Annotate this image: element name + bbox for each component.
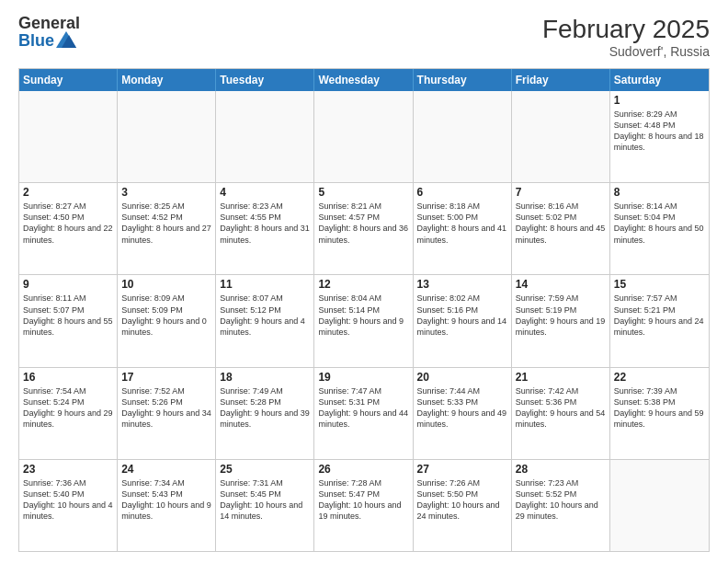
day-info: Sunrise: 7:42 AM Sunset: 5:36 PM Dayligh… — [516, 385, 606, 431]
day-info: Sunrise: 8:02 AM Sunset: 5:16 PM Dayligh… — [417, 293, 507, 338]
calendar-cell: 16Sunrise: 7:54 AM Sunset: 5:24 PM Dayli… — [19, 368, 118, 459]
day-info: Sunrise: 7:57 AM Sunset: 5:21 PM Dayligh… — [614, 293, 705, 338]
day-number: 26 — [318, 463, 408, 476]
day-info: Sunrise: 8:04 AM Sunset: 5:14 PM Dayligh… — [318, 293, 408, 338]
day-info: Sunrise: 7:47 AM Sunset: 5:31 PM Dayligh… — [318, 385, 408, 431]
day-number: 28 — [516, 463, 606, 476]
calendar-cell — [512, 91, 610, 182]
calendar-cell: 28Sunrise: 7:23 AM Sunset: 5:52 PM Dayli… — [512, 460, 610, 551]
logo-blue: Blue — [18, 32, 54, 49]
day-info: Sunrise: 8:09 AM Sunset: 5:09 PM Dayligh… — [121, 293, 211, 338]
calendar-body: 1Sunrise: 8:29 AM Sunset: 4:48 PM Daylig… — [19, 91, 709, 551]
logo-text: General Blue — [18, 15, 80, 50]
calendar-row-2: 2Sunrise: 8:27 AM Sunset: 4:50 PM Daylig… — [19, 183, 709, 275]
day-number: 14 — [516, 278, 606, 291]
day-number: 22 — [614, 371, 705, 384]
calendar-cell: 25Sunrise: 7:31 AM Sunset: 5:45 PM Dayli… — [216, 460, 314, 551]
calendar-cell: 23Sunrise: 7:36 AM Sunset: 5:40 PM Dayli… — [19, 460, 118, 551]
title-block: February 2025 Sudoverf', Russia — [542, 15, 710, 59]
calendar-cell — [414, 91, 512, 182]
calendar-cell: 5Sunrise: 8:21 AM Sunset: 4:57 PM Daylig… — [314, 183, 413, 274]
page-header: General Blue February 2025 Sudoverf', Ru… — [18, 15, 710, 59]
day-number: 20 — [417, 371, 507, 384]
day-info: Sunrise: 8:18 AM Sunset: 5:00 PM Dayligh… — [417, 201, 507, 246]
day-number: 18 — [220, 371, 310, 384]
day-number: 21 — [516, 371, 606, 384]
calendar-cell — [118, 91, 216, 182]
day-info: Sunrise: 7:31 AM Sunset: 5:45 PM Dayligh… — [220, 477, 310, 523]
day-number: 11 — [220, 278, 310, 291]
day-number: 10 — [121, 278, 211, 291]
day-number: 16 — [23, 371, 113, 384]
day-number: 9 — [23, 278, 113, 291]
header-tuesday: Tuesday — [216, 69, 314, 91]
calendar-row-5: 23Sunrise: 7:36 AM Sunset: 5:40 PM Dayli… — [19, 460, 709, 551]
day-number: 12 — [318, 278, 408, 291]
day-info: Sunrise: 7:36 AM Sunset: 5:40 PM Dayligh… — [23, 477, 113, 523]
day-info: Sunrise: 8:07 AM Sunset: 5:12 PM Dayligh… — [220, 293, 310, 338]
header-friday: Friday — [512, 69, 610, 91]
month-title: February 2025 — [542, 15, 710, 44]
calendar-row-1: 1Sunrise: 8:29 AM Sunset: 4:48 PM Daylig… — [19, 91, 709, 183]
day-number: 6 — [417, 186, 507, 199]
calendar-cell: 2Sunrise: 8:27 AM Sunset: 4:50 PM Daylig… — [19, 183, 118, 274]
page: General Blue February 2025 Sudoverf', Ru… — [0, 0, 728, 563]
day-info: Sunrise: 7:23 AM Sunset: 5:52 PM Dayligh… — [516, 477, 606, 523]
day-number: 19 — [318, 371, 408, 384]
calendar-cell: 12Sunrise: 8:04 AM Sunset: 5:14 PM Dayli… — [314, 275, 413, 366]
day-number: 5 — [318, 186, 408, 199]
day-number: 2 — [23, 186, 113, 199]
day-info: Sunrise: 7:39 AM Sunset: 5:38 PM Dayligh… — [614, 385, 705, 431]
calendar-row-4: 16Sunrise: 7:54 AM Sunset: 5:24 PM Dayli… — [19, 368, 709, 460]
day-info: Sunrise: 7:52 AM Sunset: 5:26 PM Dayligh… — [121, 385, 211, 431]
header-thursday: Thursday — [414, 69, 512, 91]
day-info: Sunrise: 8:27 AM Sunset: 4:50 PM Dayligh… — [23, 201, 113, 246]
day-number: 15 — [614, 278, 705, 291]
day-info: Sunrise: 7:26 AM Sunset: 5:50 PM Dayligh… — [417, 477, 507, 523]
logo: General Blue — [18, 15, 80, 50]
day-info: Sunrise: 7:49 AM Sunset: 5:28 PM Dayligh… — [220, 385, 310, 431]
day-info: Sunrise: 7:28 AM Sunset: 5:47 PM Dayligh… — [318, 477, 408, 523]
calendar-cell — [216, 91, 314, 182]
calendar-cell: 22Sunrise: 7:39 AM Sunset: 5:38 PM Dayli… — [610, 368, 709, 459]
day-info: Sunrise: 7:59 AM Sunset: 5:19 PM Dayligh… — [516, 293, 606, 338]
calendar-cell: 3Sunrise: 8:25 AM Sunset: 4:52 PM Daylig… — [118, 183, 216, 274]
day-number: 17 — [121, 371, 211, 384]
day-number: 8 — [614, 186, 705, 199]
calendar: Sunday Monday Tuesday Wednesday Thursday… — [18, 68, 710, 552]
header-saturday: Saturday — [610, 69, 709, 91]
calendar-cell: 10Sunrise: 8:09 AM Sunset: 5:09 PM Dayli… — [118, 275, 216, 366]
day-info: Sunrise: 8:29 AM Sunset: 4:48 PM Dayligh… — [614, 109, 705, 154]
day-info: Sunrise: 8:23 AM Sunset: 4:55 PM Dayligh… — [220, 201, 310, 246]
header-sunday: Sunday — [19, 69, 118, 91]
calendar-cell: 7Sunrise: 8:16 AM Sunset: 5:02 PM Daylig… — [512, 183, 610, 274]
header-monday: Monday — [118, 69, 216, 91]
day-info: Sunrise: 7:54 AM Sunset: 5:24 PM Dayligh… — [23, 385, 113, 431]
calendar-cell: 8Sunrise: 8:14 AM Sunset: 5:04 PM Daylig… — [610, 183, 709, 274]
day-number: 3 — [121, 186, 211, 199]
day-number: 1 — [614, 94, 705, 107]
calendar-cell: 27Sunrise: 7:26 AM Sunset: 5:50 PM Dayli… — [414, 460, 512, 551]
calendar-cell — [610, 460, 709, 551]
day-number: 24 — [121, 463, 211, 476]
day-info: Sunrise: 8:11 AM Sunset: 5:07 PM Dayligh… — [23, 293, 113, 338]
calendar-header: Sunday Monday Tuesday Wednesday Thursday… — [19, 69, 709, 91]
calendar-row-3: 9Sunrise: 8:11 AM Sunset: 5:07 PM Daylig… — [19, 275, 709, 367]
day-info: Sunrise: 8:14 AM Sunset: 5:04 PM Dayligh… — [614, 201, 705, 246]
calendar-cell: 13Sunrise: 8:02 AM Sunset: 5:16 PM Dayli… — [414, 275, 512, 366]
calendar-cell: 6Sunrise: 8:18 AM Sunset: 5:00 PM Daylig… — [414, 183, 512, 274]
calendar-cell: 17Sunrise: 7:52 AM Sunset: 5:26 PM Dayli… — [118, 368, 216, 459]
calendar-cell: 14Sunrise: 7:59 AM Sunset: 5:19 PM Dayli… — [512, 275, 610, 366]
day-info: Sunrise: 7:34 AM Sunset: 5:43 PM Dayligh… — [121, 477, 211, 523]
calendar-cell: 9Sunrise: 8:11 AM Sunset: 5:07 PM Daylig… — [19, 275, 118, 366]
calendar-cell: 18Sunrise: 7:49 AM Sunset: 5:28 PM Dayli… — [216, 368, 314, 459]
calendar-cell: 15Sunrise: 7:57 AM Sunset: 5:21 PM Dayli… — [610, 275, 709, 366]
day-number: 27 — [417, 463, 507, 476]
day-number: 7 — [516, 186, 606, 199]
logo-general: General — [18, 15, 80, 31]
day-info: Sunrise: 8:16 AM Sunset: 5:02 PM Dayligh… — [516, 201, 606, 246]
calendar-cell: 26Sunrise: 7:28 AM Sunset: 5:47 PM Dayli… — [314, 460, 413, 551]
calendar-cell: 1Sunrise: 8:29 AM Sunset: 4:48 PM Daylig… — [610, 91, 709, 182]
location-title: Sudoverf', Russia — [542, 44, 710, 59]
calendar-cell: 20Sunrise: 7:44 AM Sunset: 5:33 PM Dayli… — [414, 368, 512, 459]
